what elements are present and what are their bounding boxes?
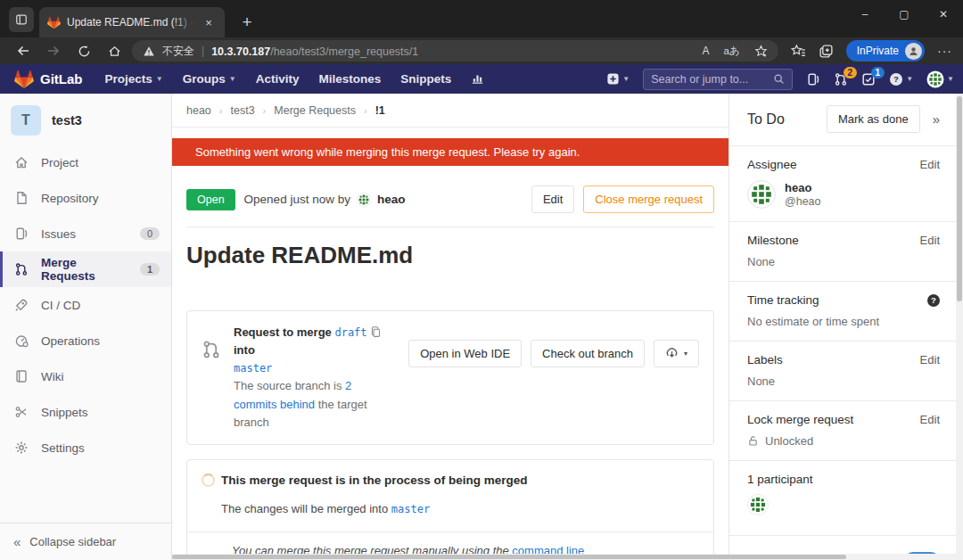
- chevron-down-icon: ▼: [906, 75, 913, 83]
- user-menu-button[interactable]: ▼: [926, 70, 954, 88]
- breadcrumb-merge-requests[interactable]: Merge Requests: [274, 104, 356, 117]
- back-button[interactable]: [11, 40, 36, 62]
- back-icon: [16, 44, 30, 58]
- participant-avatar[interactable]: [747, 494, 769, 515]
- browser-toolbar: InPrivate ···: [791, 40, 952, 62]
- labels-edit-link[interactable]: Edit: [920, 353, 940, 366]
- project-avatar: T: [11, 105, 41, 136]
- participants-block: 1 participant: [729, 461, 956, 536]
- mr-title: Update README.md: [186, 242, 714, 269]
- tab-workspaces-button[interactable]: [9, 7, 34, 32]
- forward-button[interactable]: [41, 40, 66, 62]
- browser-tab[interactable]: Update README.md (!1) · Merge ×: [39, 7, 225, 37]
- assignee-label: Assignee: [747, 158, 797, 171]
- collections-icon[interactable]: [819, 44, 834, 59]
- nav-item-milestones[interactable]: Milestones: [309, 72, 391, 86]
- add-favorite-icon[interactable]: [754, 45, 768, 58]
- refresh-button[interactable]: [71, 40, 96, 62]
- assignee-user[interactable]: heao @heao: [747, 180, 940, 209]
- breadcrumb-group[interactable]: heao: [186, 104, 211, 117]
- nav-item-groups[interactable]: Groups▼: [173, 72, 246, 86]
- sidebar-item-settings[interactable]: Settings: [0, 430, 171, 465]
- lock-block: Lock merge request Edit Unlocked: [729, 401, 956, 461]
- sidebar-item-snippets[interactable]: Snippets: [0, 394, 171, 430]
- nav-item-activity[interactable]: Activity: [246, 72, 309, 86]
- source-branch-link[interactable]: draft: [334, 326, 366, 339]
- favorites-bar-icon[interactable]: [791, 44, 806, 59]
- mark-as-done-button[interactable]: Mark as done: [827, 105, 920, 133]
- search-input[interactable]: [651, 73, 768, 86]
- close-merge-request-button[interactable]: Close merge request: [583, 185, 714, 213]
- analytics-chart-icon[interactable]: [461, 72, 494, 86]
- download-icon: [665, 347, 679, 360]
- sidebar-item-project[interactable]: Project: [0, 144, 171, 180]
- merge-state-body: The changes will be merged into master: [202, 502, 699, 515]
- sidebar-item-issues[interactable]: Issues 0: [0, 216, 171, 251]
- browser-menu-button[interactable]: ···: [937, 44, 952, 58]
- inprivate-label: InPrivate: [857, 45, 899, 57]
- global-search[interactable]: [643, 69, 793, 90]
- new-menu-button[interactable]: ▼: [606, 72, 630, 86]
- checkout-branch-button[interactable]: Check out branch: [531, 340, 645, 367]
- horizontal-scrollbar[interactable]: [172, 554, 956, 560]
- minimize-button[interactable]: –: [845, 0, 885, 29]
- inprivate-badge[interactable]: InPrivate: [846, 40, 925, 62]
- translate-icon[interactable]: aあ: [723, 45, 739, 58]
- collapse-right-sidebar-button[interactable]: »: [933, 111, 940, 127]
- window-controls: – ▢ ✕: [845, 0, 963, 29]
- mr-actions: Edit Close merge request: [531, 185, 714, 213]
- profile-avatar: [905, 43, 922, 60]
- issues-dashboard-button[interactable]: [806, 72, 820, 86]
- help-menu-button[interactable]: ? ▼: [889, 72, 913, 86]
- tab-title: Update README.md (!1) · Merge: [67, 16, 194, 29]
- url-bar[interactable]: 不安全 | 10.3.70.187/heao/test3/merge_reque…: [132, 40, 778, 62]
- sidebar-item-ci-cd[interactable]: CI / CD: [0, 287, 171, 323]
- refresh-icon: [78, 45, 91, 58]
- home-button[interactable]: [102, 40, 127, 62]
- gauge-icon: [14, 334, 29, 348]
- milestone-edit-link[interactable]: Edit: [920, 234, 940, 247]
- merge-requests-dashboard-button[interactable]: 2: [834, 72, 848, 86]
- assignee-edit-link[interactable]: Edit: [920, 158, 940, 171]
- sidebar-item-wiki[interactable]: Wiki: [0, 358, 171, 394]
- sidebar-item-repository[interactable]: Repository: [0, 180, 171, 216]
- gitlab-brand[interactable]: GitLab: [14, 70, 83, 89]
- issues-count-badge: 0: [140, 227, 160, 240]
- project-context[interactable]: T test3: [0, 94, 171, 144]
- nav-item-snippets[interactable]: Snippets: [391, 72, 461, 86]
- close-window-button[interactable]: ✕: [924, 0, 963, 29]
- vertical-scrollbar[interactable]: [956, 94, 963, 560]
- document-icon: [14, 191, 29, 205]
- merge-state-main: This merge request is in the process of …: [187, 460, 713, 531]
- sidebar-nav: Project Repository Issues 0 Merge Reques…: [0, 144, 171, 465]
- download-dropdown-button[interactable]: ▾: [654, 340, 699, 367]
- sidebar-item-operations[interactable]: Operations: [0, 323, 171, 358]
- edit-button[interactable]: Edit: [531, 185, 574, 213]
- target-branch-link[interactable]: master: [234, 362, 272, 375]
- lock-label: Lock merge request: [747, 413, 853, 426]
- scrollbar-thumb[interactable]: [172, 555, 846, 559]
- help-icon[interactable]: ?: [927, 294, 940, 307]
- breadcrumb: heao › test3 › Merge Requests › !1: [172, 94, 728, 128]
- nav-item-projects[interactable]: Projects▼: [95, 72, 173, 86]
- status-badge: Open: [186, 189, 235, 210]
- search-icon: [773, 73, 785, 85]
- scrollbar-thumb[interactable]: [957, 96, 962, 301]
- sidebar-item-merge-requests[interactable]: Merge Requests 1: [0, 251, 171, 287]
- open-web-ide-button[interactable]: Open in Web IDE: [408, 340, 522, 367]
- copy-branch-icon[interactable]: [370, 326, 382, 338]
- author-name[interactable]: heao: [377, 193, 406, 206]
- lock-edit-link[interactable]: Edit: [920, 413, 940, 426]
- not-secure-warning-icon: [143, 45, 155, 57]
- tab-close-button[interactable]: ×: [201, 14, 217, 30]
- maximize-button[interactable]: ▢: [885, 0, 924, 29]
- assignee-avatar: [747, 180, 776, 209]
- todos-button[interactable]: 1: [861, 72, 876, 86]
- target-branch-link[interactable]: master: [391, 503, 430, 515]
- merge-state-widget: This merge request is in the process of …: [186, 459, 714, 560]
- new-tab-button[interactable]: +: [235, 11, 259, 34]
- breadcrumb-project[interactable]: test3: [230, 104, 254, 117]
- read-aloud-icon[interactable]: A: [702, 45, 709, 57]
- merge-state-heading: This merge request is in the process of …: [221, 474, 528, 487]
- collapse-sidebar-button[interactable]: « Collapse sidebar: [0, 523, 171, 560]
